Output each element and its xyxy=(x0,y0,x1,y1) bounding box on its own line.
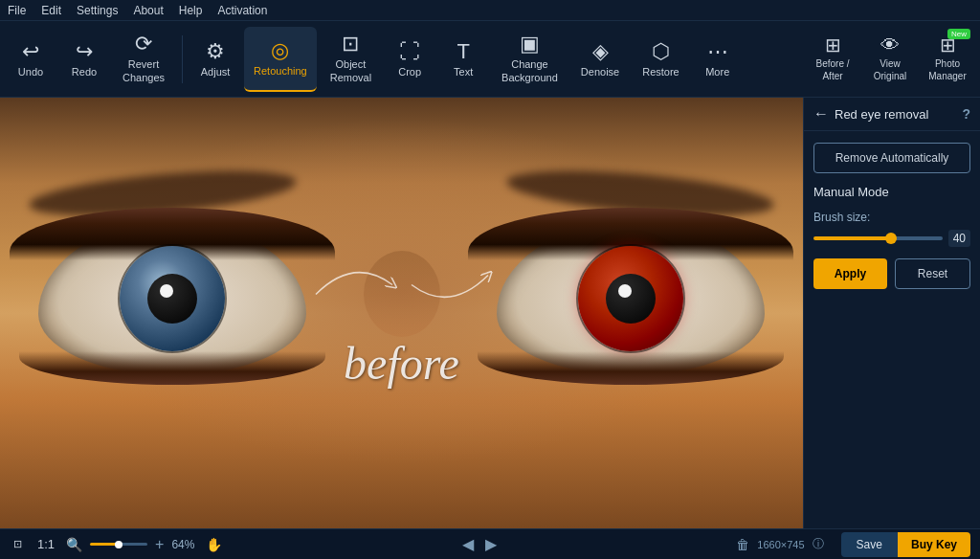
change-bg-icon: ▣ xyxy=(520,34,540,55)
redo-icon: ↪ xyxy=(76,41,93,62)
next-image-button[interactable]: ▶ xyxy=(485,535,497,553)
main-content: before ← Red eye removal ? Remove Automa… xyxy=(0,98,980,528)
adjust-button[interactable]: ⚙ Adjust xyxy=(190,27,240,92)
panel-title: Red eye removal xyxy=(835,107,928,122)
pupil-shine-left xyxy=(160,284,173,298)
buy-key-button[interactable]: Buy Key xyxy=(898,532,970,557)
zoom-100-button[interactable]: 1:1 xyxy=(33,535,58,553)
pupil-shine-right xyxy=(618,284,632,298)
undo-button[interactable]: ↩ Undo xyxy=(6,27,56,92)
panel-header: ← Red eye removal ? xyxy=(804,98,980,131)
status-right: 🗑 1660×745 ⓘ xyxy=(736,536,823,552)
brush-size-label: Brush size: xyxy=(813,211,970,224)
panel-body: Remove Automatically Manual Mode Brush s… xyxy=(804,131,980,301)
undo-label: Undo xyxy=(18,66,43,78)
manual-mode-label: Manual Mode xyxy=(813,185,970,199)
text-icon: T xyxy=(457,41,469,62)
retouching-button[interactable]: ◎ Retouching xyxy=(244,27,317,92)
eye-white-right xyxy=(497,222,765,375)
apply-button[interactable]: Apply xyxy=(813,258,887,289)
zoom-in-icon[interactable]: + xyxy=(155,536,164,553)
back-arrow-icon: ← xyxy=(813,105,829,123)
right-panel: ← Red eye removal ? Remove Automatically… xyxy=(803,98,980,528)
undo-icon: ↩ xyxy=(22,41,39,62)
hand-tool-icon[interactable]: ✋ xyxy=(206,537,222,552)
pupil-left xyxy=(147,274,197,324)
view-original-icon: 👁 xyxy=(880,35,900,55)
revert-icon: ⟳ xyxy=(135,34,152,55)
zoom-fit-button[interactable]: ⊡ xyxy=(10,536,26,552)
photo-manager-button[interactable]: New ⊞ PhotoManager xyxy=(921,27,974,92)
text-button[interactable]: T Text xyxy=(438,27,488,92)
menu-help[interactable]: Help xyxy=(179,4,203,17)
brush-size-slider[interactable] xyxy=(813,236,943,240)
delete-button[interactable]: 🗑 xyxy=(736,537,749,552)
zoom-slider-thumb[interactable] xyxy=(115,541,122,548)
action-buttons: Apply Reset xyxy=(813,258,970,289)
adjust-icon: ⚙ xyxy=(206,41,225,62)
restore-button[interactable]: ⬡ Restore xyxy=(633,27,689,92)
denoise-icon: ◈ xyxy=(592,41,609,62)
text-label: Text xyxy=(454,66,473,78)
eye-socket-right xyxy=(497,222,765,375)
change-bg-button[interactable]: ▣ ChangeBackground xyxy=(492,27,568,92)
view-original-button[interactable]: 👁 ViewOriginal xyxy=(863,27,917,92)
before-after-button[interactable]: ⊞ Before /After xyxy=(806,27,859,92)
canvas-area[interactable]: before xyxy=(0,98,803,528)
menu-settings[interactable]: Settings xyxy=(77,4,118,17)
status-center: ◀ ▶ xyxy=(232,535,726,553)
revert-button[interactable]: ⟳ RevertChanges xyxy=(113,27,174,92)
image-dimensions: 1660×745 xyxy=(757,539,804,550)
crop-icon: ⛶ xyxy=(399,41,420,62)
new-badge: New xyxy=(947,29,970,39)
restore-label: Restore xyxy=(642,66,679,78)
brush-size-row: Brush size: 40 xyxy=(813,211,970,247)
more-button[interactable]: ⋯ More xyxy=(693,27,743,92)
iris-left xyxy=(120,246,225,351)
object-removal-icon: ⊡ xyxy=(342,34,359,55)
menu-file[interactable]: File xyxy=(8,4,26,17)
restore-icon: ⬡ xyxy=(652,41,670,62)
more-label: More xyxy=(705,66,729,78)
retouching-label: Retouching xyxy=(254,65,307,77)
save-button[interactable]: Save xyxy=(841,532,898,557)
object-removal-label: ObjectRemoval xyxy=(330,58,371,83)
view-original-label: ViewOriginal xyxy=(874,57,906,82)
redo-button[interactable]: ↪ Redo xyxy=(59,27,109,92)
prev-image-button[interactable]: ◀ xyxy=(462,535,474,553)
nose-bridge xyxy=(364,251,440,337)
retouching-icon: ◎ xyxy=(271,40,289,61)
eyes-image: before xyxy=(0,98,803,528)
brush-size-value: 40 xyxy=(948,230,970,247)
before-after-label: Before /After xyxy=(815,57,849,82)
zoom-out-icon[interactable]: 🔍 xyxy=(66,537,82,552)
menu-activation[interactable]: Activation xyxy=(217,4,267,17)
slider-thumb[interactable] xyxy=(885,233,897,244)
panel-back-button[interactable]: ← Red eye removal xyxy=(813,105,928,123)
info-icon[interactable]: ⓘ xyxy=(813,536,824,552)
pupil-right xyxy=(606,274,656,324)
redo-label: Redo xyxy=(72,66,97,78)
denoise-button[interactable]: ◈ Denoise xyxy=(571,27,629,92)
status-left: ⊡ 1:1 🔍 + 64% ✋ xyxy=(10,535,222,553)
brush-size-control: 40 xyxy=(813,230,970,247)
remove-automatically-button[interactable]: Remove Automatically xyxy=(813,143,970,173)
toolbar-right: ⊞ Before /After 👁 ViewOriginal New ⊞ Pho… xyxy=(806,27,974,92)
object-removal-button[interactable]: ⊡ ObjectRemoval xyxy=(321,27,381,92)
change-bg-label: ChangeBackground xyxy=(501,58,558,83)
menu-edit[interactable]: Edit xyxy=(41,4,61,17)
divider-1 xyxy=(182,35,183,83)
status-actions: Save Buy Key xyxy=(841,532,970,557)
crop-button[interactable]: ⛶ Crop xyxy=(385,27,434,92)
zoom-level: 64% xyxy=(171,538,194,551)
zoom-slider[interactable] xyxy=(90,543,147,546)
denoise-label: Denoise xyxy=(581,66,619,78)
reset-button[interactable]: Reset xyxy=(895,258,970,289)
menu-about[interactable]: About xyxy=(133,4,163,17)
before-after-icon: ⊞ xyxy=(825,35,841,55)
toolbar: ↩ Undo ↪ Redo ⟳ RevertChanges ⚙ Adjust ◎… xyxy=(0,21,980,98)
revert-label: RevertChanges xyxy=(122,58,165,83)
iris-right-red xyxy=(578,246,683,351)
adjust-label: Adjust xyxy=(201,66,231,78)
help-button[interactable]: ? xyxy=(962,106,970,122)
